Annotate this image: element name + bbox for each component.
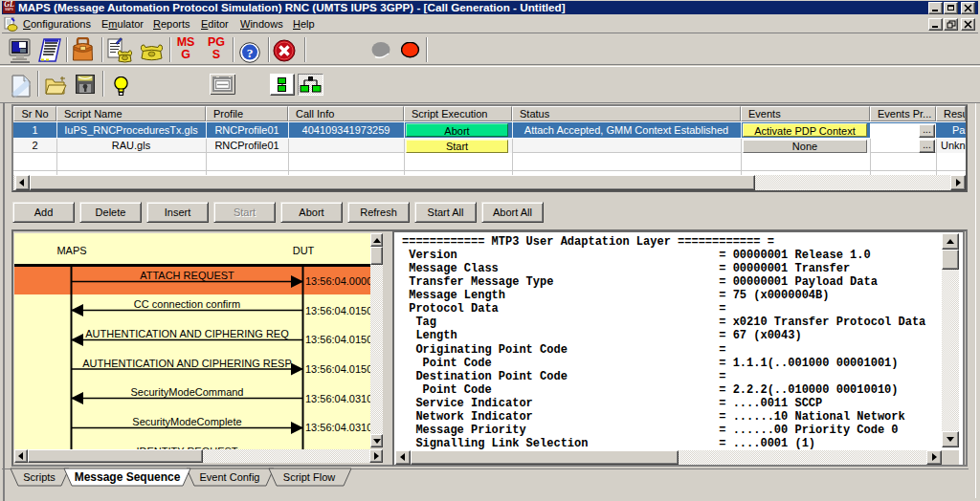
svg-text:Scripts: Scripts: [23, 471, 56, 483]
svg-text:Message Sequence: Message Sequence: [75, 470, 181, 484]
svg-text:Script Flow: Script Flow: [283, 471, 335, 483]
svg-text:?: ?: [247, 46, 254, 60]
svg-text:Event Config: Event Config: [200, 471, 260, 483]
